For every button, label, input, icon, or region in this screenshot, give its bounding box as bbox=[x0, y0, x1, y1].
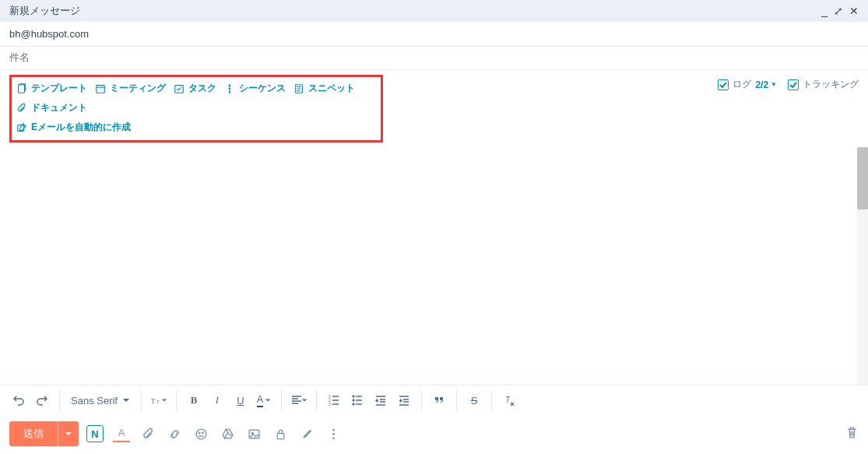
snippet-icon bbox=[293, 83, 304, 94]
tracking-controls: ログ 2/2 ▼ トラッキング bbox=[718, 75, 859, 91]
lock-icon bbox=[274, 428, 287, 441]
pen-icon bbox=[300, 428, 314, 441]
auto-email-button[interactable]: Eメールを自動的に作成 bbox=[16, 119, 376, 135]
close-icon[interactable]: ✕ bbox=[849, 5, 859, 16]
link-icon bbox=[168, 428, 181, 441]
redo-icon bbox=[36, 394, 48, 406]
task-icon bbox=[174, 83, 184, 94]
template-icon bbox=[16, 83, 27, 94]
outdent-icon bbox=[374, 394, 387, 406]
trash-icon bbox=[845, 426, 859, 439]
format-toolbar: Sans Serif TT B I U A 123 S T bbox=[0, 385, 868, 415]
recipient-value: bh@hubspot.com bbox=[9, 28, 89, 40]
bold-button[interactable]: B bbox=[183, 390, 205, 410]
text-color-action-button[interactable]: A bbox=[113, 425, 130, 442]
text-color-button[interactable]: A bbox=[253, 390, 275, 410]
subject-input[interactable] bbox=[9, 50, 859, 65]
svg-point-25 bbox=[332, 437, 335, 439]
send-split-button: 送信 bbox=[9, 421, 79, 446]
send-dropdown-button[interactable] bbox=[58, 421, 79, 446]
send-label: 送信 bbox=[23, 428, 44, 439]
minimize-icon[interactable]: _ bbox=[821, 5, 828, 16]
svg-rect-1 bbox=[97, 85, 105, 93]
checkbox-checked-icon bbox=[718, 79, 729, 90]
svg-point-13 bbox=[353, 396, 354, 397]
log-count: 2/2 bbox=[755, 79, 768, 90]
redo-button[interactable] bbox=[31, 390, 53, 410]
svg-text:T: T bbox=[156, 399, 160, 404]
strikethrough-button[interactable]: S bbox=[463, 390, 485, 410]
expand-icon[interactable]: ⤢ bbox=[834, 5, 843, 16]
outdent-button[interactable] bbox=[370, 390, 392, 410]
align-button[interactable] bbox=[288, 390, 310, 410]
auto-email-label: Eメールを自動的に作成 bbox=[31, 121, 131, 134]
task-button[interactable]: タスク bbox=[174, 80, 216, 97]
chevron-down-icon bbox=[65, 430, 72, 438]
more-options-button[interactable] bbox=[325, 425, 342, 442]
chevron-down-icon bbox=[122, 396, 130, 404]
template-label: テンプレート bbox=[31, 82, 87, 95]
chevron-down-icon bbox=[301, 397, 307, 403]
compose-icon bbox=[16, 122, 27, 133]
svg-rect-22 bbox=[277, 433, 284, 438]
svg-text:T: T bbox=[505, 396, 511, 404]
emoji-button[interactable] bbox=[192, 425, 209, 442]
drive-button[interactable] bbox=[219, 425, 236, 442]
clear-format-button[interactable]: T bbox=[498, 390, 520, 410]
log-checkbox[interactable]: ログ 2/2 ▼ bbox=[718, 78, 777, 91]
image-button[interactable] bbox=[245, 425, 262, 442]
image-icon bbox=[248, 428, 261, 441]
template-button[interactable]: テンプレート bbox=[16, 80, 87, 97]
titlebar: 新規メッセージ _ ⤢ ✕ bbox=[0, 0, 868, 22]
font-family-label: Sans Serif bbox=[71, 395, 118, 406]
drive-icon bbox=[221, 428, 234, 441]
link-button[interactable] bbox=[166, 425, 183, 442]
svg-point-14 bbox=[353, 399, 354, 401]
text-style-button[interactable]: N bbox=[86, 425, 104, 442]
svg-text:3: 3 bbox=[329, 402, 331, 406]
confidential-button[interactable] bbox=[272, 425, 289, 442]
send-bar: 送信 N A bbox=[0, 415, 868, 454]
clear-format-icon: T bbox=[503, 394, 515, 406]
ordered-list-button[interactable]: 123 bbox=[323, 390, 345, 410]
task-label: タスク bbox=[188, 82, 216, 95]
subject-row bbox=[0, 47, 868, 70]
recipient-field[interactable]: bh@hubspot.com bbox=[0, 22, 868, 47]
meeting-label: ミーティング bbox=[110, 82, 166, 95]
document-button[interactable]: ドキュメント bbox=[16, 100, 87, 116]
compose-toolbar: テンプレート ミーティング タスク シーケンス スニペット ドキュメント bbox=[0, 70, 868, 147]
font-size-button[interactable]: TT bbox=[148, 390, 170, 410]
italic-button[interactable]: I bbox=[206, 390, 228, 410]
sequence-button[interactable]: シーケンス bbox=[224, 80, 286, 97]
undo-icon bbox=[12, 394, 25, 406]
svg-text:T: T bbox=[151, 397, 156, 405]
discard-button[interactable] bbox=[845, 426, 859, 442]
email-body-editor[interactable] bbox=[0, 147, 868, 385]
indent-button[interactable] bbox=[393, 390, 415, 410]
attach-button[interactable] bbox=[139, 425, 156, 442]
paperclip-icon bbox=[142, 428, 155, 441]
underline-button[interactable]: U bbox=[230, 390, 251, 410]
chevron-down-icon bbox=[161, 397, 167, 403]
send-button[interactable]: 送信 bbox=[9, 421, 58, 446]
svg-point-17 bbox=[196, 429, 206, 439]
scrollbar-thumb[interactable] bbox=[857, 147, 868, 209]
undo-button[interactable] bbox=[8, 390, 30, 410]
ordered-list-icon: 123 bbox=[328, 394, 340, 406]
indent-icon bbox=[398, 394, 410, 406]
unordered-list-button[interactable] bbox=[346, 390, 368, 410]
font-family-select[interactable]: Sans Serif bbox=[66, 390, 135, 410]
tracking-checkbox[interactable]: トラッキング bbox=[788, 78, 859, 91]
tracking-label: トラッキング bbox=[803, 78, 859, 91]
calendar-icon bbox=[95, 83, 106, 94]
signature-button[interactable] bbox=[298, 425, 315, 442]
meeting-button[interactable]: ミーティング bbox=[95, 80, 166, 97]
snippet-button[interactable]: スニペット bbox=[293, 80, 355, 97]
compose-action-icons: N A bbox=[86, 425, 342, 442]
text-n-icon: N bbox=[91, 428, 98, 440]
more-vertical-icon bbox=[327, 428, 340, 441]
paperclip-icon bbox=[16, 103, 27, 114]
svg-rect-0 bbox=[19, 84, 25, 93]
smile-icon bbox=[195, 428, 208, 441]
quote-button[interactable] bbox=[428, 390, 450, 410]
